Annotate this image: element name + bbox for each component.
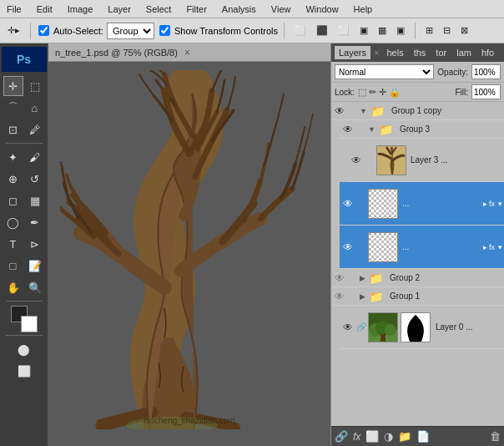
menu-select[interactable]: Select (143, 3, 175, 16)
lock-pixels-btn[interactable]: ✏ (369, 87, 376, 98)
align-mid-btn[interactable]: ▦ (374, 23, 391, 38)
lock-transparent-btn[interactable]: ⬚ (358, 87, 366, 98)
chain-layerA (356, 197, 366, 210)
layer-group-group2[interactable]: 👁 ▶ 📁 Group 2 (331, 269, 504, 287)
pen-tool[interactable]: ✒ (25, 212, 45, 232)
layer-row-layer0[interactable]: 👁 🔗 (340, 306, 504, 349)
layer-group-group1[interactable]: 👁 ▶ 📁 Group 1 (331, 287, 504, 306)
marquee-tool[interactable]: ⬚ (25, 76, 45, 96)
eye-icon-group2[interactable]: 👁 (333, 271, 346, 285)
tab-lam[interactable]: lam (452, 46, 476, 59)
delete-layer-btn[interactable]: 🗑 (490, 430, 501, 443)
align-bottom-btn[interactable]: ▣ (392, 23, 409, 38)
align-top-btn[interactable]: ▣ (355, 23, 372, 38)
chain-group1copy (348, 104, 358, 118)
tab-hels[interactable]: hels (382, 46, 407, 59)
path-select-tool[interactable]: ⊳ (25, 234, 45, 254)
mask-btn[interactable]: ⬜ (365, 430, 379, 443)
collapse-group1copy[interactable]: ▼ (360, 107, 367, 115)
menu-view[interactable]: View (268, 3, 295, 16)
tab-layers[interactable]: Layers (335, 46, 370, 59)
align-right-btn[interactable]: ⬜ (334, 23, 354, 38)
quick-mask-btn[interactable]: ⬤ (14, 339, 34, 359)
menu-help[interactable]: Help (350, 3, 376, 16)
autoselect-select[interactable]: Group Layer (107, 23, 154, 39)
adj-btn[interactable]: ◑ (384, 430, 393, 443)
toolbar-sep-3 (415, 23, 416, 39)
dodge-tool[interactable]: ◯ (3, 212, 23, 232)
menu-edit[interactable]: Edit (33, 3, 56, 16)
eye-icon-group1copy[interactable]: 👁 (333, 104, 346, 118)
menu-image[interactable]: Image (64, 3, 97, 16)
align-left-btn[interactable]: ⬜ (290, 23, 310, 38)
tab-hfo[interactable]: hfo (477, 46, 498, 59)
menu-window[interactable]: Window (302, 3, 341, 16)
layer-list[interactable]: 👁 ▼ 📁 Group 1 copy 👁 ▼ 📁 Group 3 👁 (331, 102, 504, 426)
shape-tool[interactable]: □ (3, 256, 23, 276)
collapse-group1[interactable]: ▶ (360, 292, 365, 301)
dist-c-btn[interactable]: ⊠ (456, 23, 472, 38)
menu-file[interactable]: File (3, 3, 25, 16)
layer-row-layer3[interactable]: 👁 Layer 3 ... (348, 139, 504, 182)
crop-tool[interactable]: ⊡ (3, 119, 23, 139)
group-btn[interactable]: 📁 (398, 430, 411, 443)
brush-tool[interactable]: 🖌 (25, 147, 45, 167)
collapse-group3[interactable]: ▼ (368, 125, 375, 134)
blend-mode-select[interactable]: Normal Multiply Screen (335, 64, 434, 79)
layer-group-group3[interactable]: 👁 ▼ 📁 Group 3 (340, 120, 504, 139)
autoselect-checkbox[interactable] (38, 25, 49, 36)
link-layers-btn[interactable]: 🔗 (335, 430, 348, 443)
canvas-tab[interactable]: n_tree_1.psd @ 75% (RGB/8) × (48, 43, 330, 62)
canvas-area: n_tree_1.psd @ 75% (RGB/8) × (48, 43, 330, 446)
dist-v-btn[interactable]: ⊟ (439, 23, 455, 38)
layer-row-layerA[interactable]: 👁 ... ▸ fx ▾ (340, 182, 504, 226)
tools-panel: Ps ✛ ⬚ ⌒ ⌂ ⊡ 🖉 ✦ 🖌 ⊕ ↺ ◻ ▦ ◯ ✒ (0, 43, 48, 446)
show-transform-label: Show Transform Controls (174, 26, 278, 36)
magic-wand-tool[interactable]: ⌂ (25, 98, 45, 118)
notes-tool[interactable]: 📝 (25, 256, 45, 276)
tab-ths[interactable]: ths (410, 46, 431, 59)
move-tool[interactable]: ✛ (3, 76, 23, 96)
type-tool[interactable]: T (3, 234, 23, 254)
fx-badge-layerB: fx (489, 243, 496, 251)
canvas-close-btn[interactable]: × (184, 47, 190, 58)
move-tool-btn[interactable]: ✛▸ (3, 23, 24, 38)
spot-heal-tool[interactable]: ✦ (3, 147, 23, 167)
zoom-tool[interactable]: 🔍 (25, 277, 45, 297)
new-layer-btn[interactable]: 📄 (416, 430, 430, 443)
tools-separator-1 (6, 143, 43, 144)
eye-icon-layer3[interactable]: 👁 (350, 154, 363, 167)
eye-icon-layerB[interactable]: 👁 (341, 241, 355, 254)
move-icon: ✛▸ (8, 25, 20, 36)
tab-tor[interactable]: tor (431, 46, 451, 59)
menu-analysis[interactable]: Analysis (219, 3, 260, 16)
collapse-group2[interactable]: ▶ (360, 274, 365, 282)
eye-icon-group3[interactable]: 👁 (341, 123, 355, 136)
eyedropper-tool[interactable]: 🖉 (25, 119, 45, 139)
background-color[interactable] (21, 316, 38, 332)
eraser-tool[interactable]: ◻ (3, 190, 23, 210)
dist-h-btn[interactable]: ⊞ (421, 23, 437, 38)
lock-position-btn[interactable]: ✛ (379, 87, 386, 98)
eye-icon-group1[interactable]: 👁 (333, 290, 346, 303)
lock-all-btn[interactable]: 🔒 (389, 87, 401, 98)
layer-group-group1copy[interactable]: 👁 ▼ 📁 Group 1 copy (331, 102, 504, 120)
eye-icon-layer0[interactable]: 👁 (341, 321, 355, 334)
gradient-tool[interactable]: ▦ (25, 190, 45, 210)
fx-btn[interactable]: fx (353, 431, 360, 443)
layer-thumb-layerA (368, 189, 398, 219)
menu-layer[interactable]: Layer (104, 3, 134, 16)
lasso-tool[interactable]: ⌒ (3, 98, 23, 118)
align-center-btn[interactable]: ⬛ (312, 23, 332, 38)
layer-row-layerB[interactable]: 👁 ... ▸ fx ▾ (340, 226, 504, 269)
eye-icon-layerA[interactable]: 👁 (341, 197, 355, 210)
layers-panel: Normal Multiply Screen Opacity: Lock: ⬚ … (331, 62, 504, 446)
clone-tool[interactable]: ⊕ (3, 169, 23, 189)
menu-filter[interactable]: Filter (183, 3, 209, 16)
opacity-input[interactable] (471, 64, 501, 79)
hand-tool[interactable]: ✋ (3, 277, 23, 297)
screen-mode-btn[interactable]: ⬜ (14, 361, 34, 381)
history-tool[interactable]: ↺ (25, 169, 45, 189)
show-transform-checkbox[interactable] (159, 25, 170, 36)
fill-input[interactable] (471, 84, 501, 99)
